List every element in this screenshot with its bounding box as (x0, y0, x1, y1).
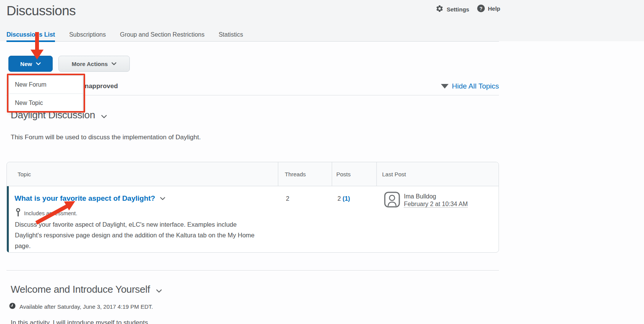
assessment-note-label: Includes assessment. (24, 210, 77, 216)
unread-indicator-bar (7, 186, 9, 252)
hide-all-topics-link[interactable]: Hide All Topics (441, 82, 499, 90)
new-button[interactable]: New (8, 56, 53, 72)
chevron-down-icon[interactable] (156, 289, 162, 293)
posts-count-cell: 2 (1) (337, 195, 350, 202)
topic-description: Discuss your favorite aspect of Daylight… (15, 219, 263, 251)
tab-subscriptions[interactable]: Subscriptions (69, 31, 106, 42)
threads-count: 2 (286, 195, 289, 202)
table-header-row: Topic Threads Posts Last Post (7, 162, 499, 186)
posts-count: 2 (337, 195, 341, 202)
table-row-topic-title: What is your favorite aspect of Daylight… (15, 194, 165, 203)
chevron-down-icon[interactable] (101, 115, 107, 119)
collapse-triangle-icon (441, 84, 449, 89)
hide-all-topics-label: Hide All Topics (452, 82, 499, 90)
column-header-threads: Threads (285, 162, 306, 186)
chevron-down-icon[interactable] (160, 197, 165, 200)
settings-button[interactable]: Settings (436, 5, 469, 14)
chevron-down-icon (111, 62, 116, 66)
topic-link[interactable]: What is your favorite aspect of Daylight… (15, 194, 155, 203)
column-header-last-post: Last Post (382, 162, 406, 186)
more-actions-label: More Actions (72, 61, 108, 67)
column-divider (332, 162, 332, 186)
more-actions-button[interactable]: More Actions (58, 56, 130, 72)
gear-icon (436, 5, 444, 14)
page-title: Discussions (6, 3, 76, 18)
new-dropdown-menu: New Forum New Topic (8, 75, 83, 112)
new-button-label: New (20, 61, 32, 67)
chevron-down-icon (36, 62, 41, 66)
last-post-date-link[interactable]: February 2 at 10:34 AM (404, 201, 468, 208)
second-forum-title: Welcome and Introduce Yourself (11, 284, 150, 295)
last-post-cell: Ima Bulldog February 2 at 10:34 AM (384, 192, 468, 210)
assessment-key-icon (16, 208, 21, 218)
tab-group-section-restrictions[interactable]: Group and Section Restrictions (120, 31, 204, 42)
column-header-topic: Topic (18, 162, 31, 186)
settings-label: Settings (447, 6, 469, 13)
tab-discussions-list[interactable]: Discussions List (6, 31, 55, 42)
filter-text-fragment: napproved (85, 82, 118, 90)
column-divider (376, 162, 377, 186)
second-forum-description-cutoff: In this activity, I will introduce mysel… (11, 319, 150, 324)
section-divider (6, 270, 499, 271)
help-icon: ? (477, 5, 485, 12)
topics-table: Topic Threads Posts Last Post What is yo… (6, 162, 499, 253)
clock-icon (9, 303, 16, 310)
availability-label: Available after Saturday, June 3, 2017 4… (19, 303, 153, 310)
posts-unread-count[interactable]: (1) (342, 195, 350, 202)
help-label: Help (488, 5, 500, 12)
last-post-author: Ima Bulldog (404, 192, 468, 201)
second-forum-heading: Welcome and Introduce Yourself (11, 284, 162, 295)
tab-statistics[interactable]: Statistics (219, 31, 243, 42)
menu-item-new-forum[interactable]: New Forum (9, 76, 83, 93)
column-divider (278, 162, 278, 186)
assessment-note: Includes assessment. (16, 208, 77, 218)
help-button[interactable]: ? Help (477, 5, 500, 12)
menu-item-new-topic[interactable]: New Topic (9, 94, 83, 112)
avatar (384, 192, 400, 210)
availability-note: Available after Saturday, June 3, 2017 4… (9, 303, 153, 310)
tab-bar: Discussions List Subscriptions Group and… (6, 31, 243, 42)
forum-description: This Forum will be used to discuss the i… (11, 134, 201, 141)
column-header-posts: Posts (336, 162, 351, 186)
